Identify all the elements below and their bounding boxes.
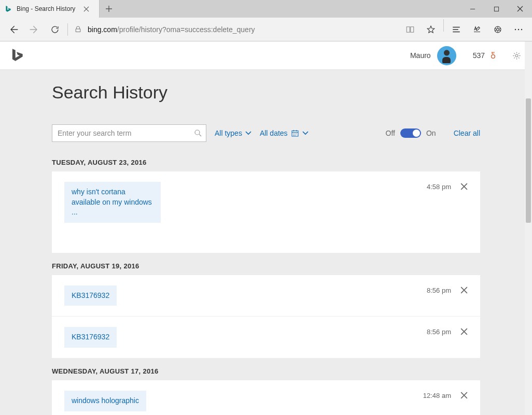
tab-close-icon[interactable] <box>83 6 95 12</box>
bing-logo-icon[interactable] <box>9 48 25 63</box>
history-card: why isn't cortana available on my window… <box>52 171 480 253</box>
clear-all-link[interactable]: Clear all <box>454 129 480 137</box>
entry-time: 12:48 am <box>423 392 451 399</box>
query-chip[interactable]: KB3176932 <box>64 285 117 306</box>
scrollbar-track[interactable] <box>525 41 532 415</box>
content-area: Search History All types All dates <box>0 70 532 415</box>
history-toggle-group: Off On <box>386 128 436 138</box>
svg-point-3 <box>515 28 516 30</box>
query-chip[interactable]: windows holographic <box>64 391 146 411</box>
off-label: Off <box>386 129 395 137</box>
calendar-icon <box>291 129 299 137</box>
entry-time: 4:58 pm <box>427 183 451 191</box>
date-header: TUESDAY, AUGUST 23, 2016 <box>52 159 480 166</box>
chevron-down-icon <box>302 131 309 135</box>
history-entry: why isn't cortana available on my window… <box>52 171 480 233</box>
entry-time: 8:56 pm <box>427 328 451 336</box>
filter-dates-dropdown[interactable]: All dates <box>260 129 309 137</box>
share-icon[interactable] <box>487 19 508 40</box>
history-entry: windows holographic12:48 am <box>52 380 480 415</box>
chevron-down-icon <box>245 131 251 135</box>
date-header: WEDNESDAY, AUGUST 17, 2016 <box>52 367 480 375</box>
hub-icon[interactable] <box>446 19 467 40</box>
scrollbar-thumb[interactable] <box>526 98 531 223</box>
entry-time: 8:56 pm <box>427 287 451 294</box>
history-search-input[interactable] <box>58 129 193 137</box>
svg-point-8 <box>195 130 200 135</box>
browser-tab[interactable]: Bing - Search History <box>0 0 100 18</box>
username-label[interactable]: Mauro <box>410 51 431 60</box>
address-bar[interactable]: bing.com/profile/history?oma=success:del… <box>86 25 400 34</box>
controls-row: All types All dates Off On Cl <box>52 124 480 142</box>
bing-favicon-icon <box>4 5 12 13</box>
history-entry: KB31769328:56 pm <box>52 275 480 317</box>
svg-point-14 <box>295 135 295 135</box>
window-controls <box>460 0 532 18</box>
refresh-button[interactable] <box>45 19 65 40</box>
query-chip[interactable]: why isn't cortana available on my window… <box>64 182 161 223</box>
toolbar-divider-2 <box>443 19 444 32</box>
settings-gear-icon[interactable] <box>512 51 522 61</box>
points-count[interactable]: 537 <box>473 51 485 60</box>
avatar[interactable] <box>437 46 456 65</box>
reading-view-icon[interactable] <box>400 19 421 40</box>
date-header: FRIDAY, AUGUST 19, 2016 <box>52 262 480 270</box>
svg-point-6 <box>492 55 495 59</box>
delete-entry-button[interactable] <box>460 287 468 294</box>
favorite-star-icon[interactable] <box>421 19 441 40</box>
history-toggle[interactable] <box>400 128 421 138</box>
filter-types-dropdown[interactable]: All types <box>215 129 251 137</box>
svg-point-12 <box>296 134 297 134</box>
back-button[interactable] <box>3 19 24 40</box>
filter-types-label: All types <box>215 129 242 137</box>
window-maximize-button[interactable] <box>484 0 508 18</box>
delete-entry-button[interactable] <box>460 392 468 399</box>
on-label: On <box>426 129 436 137</box>
url-path: /profile/history?oma=success:delete_quer… <box>117 25 255 34</box>
new-tab-button[interactable] <box>100 0 118 18</box>
history-card: KB31769328:56 pmKB31769328:56 pm <box>52 275 480 358</box>
history-card: windows holographic12:48 am <box>52 380 480 415</box>
page-viewport: Mauro 537 Search History All types <box>0 41 532 415</box>
browser-toolbar: bing.com/profile/history?oma=success:del… <box>0 18 532 41</box>
svg-point-5 <box>521 28 522 30</box>
medal-icon <box>489 51 497 60</box>
forward-button[interactable] <box>24 19 45 40</box>
lock-icon <box>70 19 86 40</box>
page-title: Search History <box>52 82 480 103</box>
history-entry: KB31769328:56 pm <box>52 316 480 358</box>
webnote-icon[interactable] <box>467 19 487 40</box>
delete-entry-button[interactable] <box>460 183 468 190</box>
filter-dates-label: All dates <box>260 129 288 137</box>
tab-title: Bing - Search History <box>17 5 83 12</box>
window-titlebar: Bing - Search History <box>0 0 532 18</box>
svg-point-13 <box>293 135 293 135</box>
svg-rect-0 <box>494 7 498 11</box>
search-icon[interactable] <box>193 128 203 138</box>
more-button[interactable] <box>508 19 529 40</box>
svg-point-7 <box>515 54 518 57</box>
window-close-button[interactable] <box>508 0 532 18</box>
svg-point-11 <box>295 134 295 134</box>
svg-point-4 <box>518 28 519 30</box>
window-minimize-button[interactable] <box>460 0 484 18</box>
svg-point-2 <box>497 28 499 31</box>
history-search-box[interactable] <box>52 124 206 142</box>
url-domain: bing.com <box>88 25 117 34</box>
toolbar-divider <box>67 23 68 36</box>
bing-header: Mauro 537 <box>0 41 532 70</box>
svg-point-10 <box>293 134 293 134</box>
delete-entry-button[interactable] <box>460 328 468 335</box>
query-chip[interactable]: KB3176932 <box>64 327 117 348</box>
